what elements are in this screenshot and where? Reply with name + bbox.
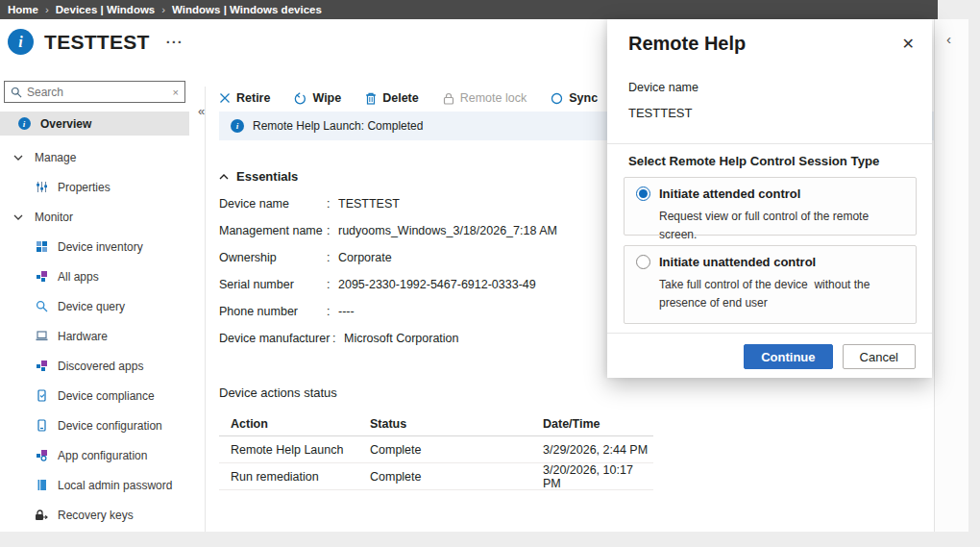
- close-icon[interactable]: ✕: [902, 35, 915, 53]
- radio-attended[interactable]: [636, 186, 650, 201]
- option-attended-control[interactable]: Initiate attended control Request view o…: [624, 177, 917, 236]
- sidebar-divider: [205, 87, 206, 532]
- chevron-up-icon: [219, 174, 229, 180]
- col-status: Status: [370, 417, 543, 431]
- sync-button[interactable]: Sync: [551, 91, 598, 105]
- col-action: Action: [231, 417, 370, 431]
- app-config-icon: [35, 449, 48, 461]
- dialog-footer: Continue Cancel: [744, 344, 916, 369]
- more-menu-button[interactable]: ···: [166, 34, 184, 50]
- breadcrumb-separator: ›: [161, 4, 165, 15]
- remote-help-dialog: Remote Help ✕ Device name TESTTEST Selec…: [607, 19, 932, 378]
- grid-icon: [35, 240, 48, 253]
- x-icon: [219, 92, 231, 104]
- essentials-row: Device manufacturer:Microsoft Corporatio…: [219, 325, 632, 352]
- clear-search-icon[interactable]: ×: [173, 87, 179, 98]
- sidebar-item-discovered-apps[interactable]: Discovered apps: [0, 351, 189, 381]
- sidebar-item-device-compliance[interactable]: Device compliance: [0, 381, 189, 410]
- search-icon: [11, 87, 22, 98]
- collapse-pane-icon[interactable]: ‹: [946, 31, 951, 47]
- cancel-button[interactable]: Cancel: [843, 344, 916, 369]
- apps-icon: [35, 270, 48, 283]
- blade-header: i TESTTEST ···: [8, 29, 184, 55]
- sidebar-item-recovery-keys[interactable]: Recovery keys: [0, 500, 189, 530]
- collapse-menu-icon[interactable]: «: [198, 104, 205, 118]
- sidebar-item-device-query[interactable]: Device query: [0, 291, 189, 321]
- essentials-title: Essentials: [236, 169, 298, 184]
- right-rail: ‹: [934, 19, 968, 532]
- magnifier-icon: [35, 300, 48, 312]
- sidebar-item-overview[interactable]: i Overview: [0, 112, 189, 136]
- sidebar-group-manage[interactable]: Manage: [0, 142, 189, 172]
- breadcrumb-devices-windows[interactable]: Devices | Windows: [56, 4, 155, 15]
- sidebar-item-device-configuration[interactable]: Device configuration: [0, 410, 189, 440]
- device-name-value: TESTTEST: [628, 106, 692, 120]
- essentials-row: Ownership:Corporate: [219, 244, 632, 271]
- sidebar-group-monitor[interactable]: Monitor: [0, 202, 189, 232]
- sidebar-item-app-configuration[interactable]: App configuration: [0, 440, 189, 470]
- device-actions-table: Action Status Date/Time Remote Help Laun…: [219, 411, 653, 490]
- sliders-icon: [35, 181, 48, 193]
- delete-button[interactable]: Delete: [365, 91, 419, 105]
- sidebar-item-all-apps[interactable]: All apps: [0, 261, 189, 291]
- device-check-icon: [35, 389, 48, 402]
- password-book-icon: [35, 479, 48, 491]
- banner-text: Remote Help Launch: Completed: [253, 119, 423, 133]
- intune-device-screen: Home › Devices | Windows › Windows | Win…: [0, 0, 980, 547]
- table-header-row: Action Status Date/Time: [219, 411, 653, 436]
- session-type-heading: Select Remote Help Control Session Type: [628, 154, 879, 168]
- essentials-row: Management name:rudyooms_Windows_3/18/20…: [219, 217, 632, 244]
- divider: [607, 143, 932, 144]
- breadcrumb-separator: ›: [45, 4, 49, 15]
- table-row: Remote Help Launch Complete 3/29/2026, 2…: [219, 436, 653, 463]
- breadcrumb-windows-devices[interactable]: Windows | Windows devices: [172, 4, 322, 15]
- device-config-icon: [35, 419, 48, 432]
- sync-circle-icon: [551, 92, 563, 105]
- info-circle-icon: i: [17, 117, 31, 130]
- radio-unattended[interactable]: [636, 255, 650, 269]
- undo-arrow-icon: [294, 92, 306, 105]
- divider: [607, 333, 932, 334]
- info-circle-icon: i: [8, 29, 34, 55]
- table-row: Run remediation Complete 3/20/2026, 10:1…: [219, 463, 653, 490]
- sidebar-nav: i Overview Manage Properties Monitor Dev…: [0, 112, 189, 530]
- retire-button[interactable]: Retire: [219, 91, 270, 105]
- essentials-section: Device name:TESTTEST Management name:rud…: [219, 190, 632, 352]
- option-unattended-control[interactable]: Initiate unattended control Take full co…: [624, 245, 917, 324]
- search-input[interactable]: [27, 86, 168, 99]
- chevron-down-icon: [12, 155, 25, 161]
- page-title: TESTTEST: [44, 31, 150, 54]
- chevron-down-icon: [12, 214, 25, 220]
- sidebar-item-device-inventory[interactable]: Device inventory: [0, 232, 189, 261]
- sidebar-item-hardware[interactable]: Hardware: [0, 321, 189, 351]
- essentials-row: Phone number:----: [219, 298, 632, 325]
- essentials-row: Serial number:2095-2330-1992-5467-6912-0…: [219, 271, 632, 298]
- col-datetime: Date/Time: [543, 417, 653, 431]
- continue-button[interactable]: Continue: [744, 344, 832, 369]
- lock-icon: [443, 92, 454, 105]
- sidebar-item-local-admin-password[interactable]: Local admin password: [0, 470, 189, 500]
- breadcrumb: Home › Devices | Windows › Windows | Win…: [0, 0, 938, 19]
- essentials-header[interactable]: Essentials: [219, 169, 298, 184]
- trash-icon: [365, 92, 377, 105]
- dialog-title: Remote Help: [628, 33, 746, 55]
- essentials-row: Device name:TESTTEST: [219, 190, 632, 217]
- info-circle-icon: i: [231, 119, 244, 133]
- laptop-icon: [35, 330, 48, 342]
- device-actions-title: Device actions status: [219, 385, 337, 400]
- sidebar-item-properties[interactable]: Properties: [0, 172, 189, 202]
- wipe-button[interactable]: Wipe: [294, 91, 341, 105]
- remote-lock-button: Remote lock: [443, 91, 527, 105]
- apps-icon: [35, 360, 48, 372]
- breadcrumb-home[interactable]: Home: [8, 4, 38, 15]
- device-name-label: Device name: [628, 81, 698, 94]
- recovery-key-icon: [35, 509, 48, 521]
- sidebar-search: ×: [4, 81, 185, 103]
